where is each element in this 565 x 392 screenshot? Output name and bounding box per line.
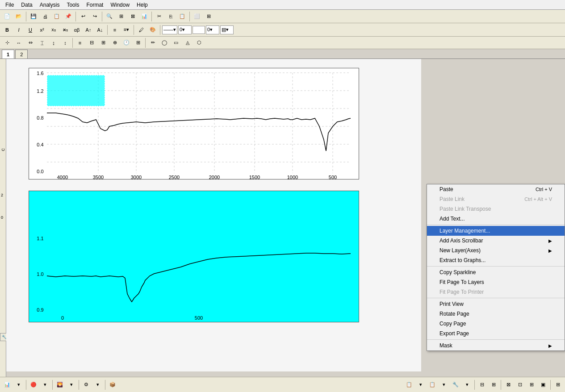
symbol-btn[interactable]: αβ: [71, 25, 82, 35]
bold-btn[interactable]: B: [2, 25, 13, 35]
save-btn[interactable]: 💾: [28, 11, 39, 22]
copy2-btn[interactable]: ⎘: [165, 11, 176, 22]
draw-tool-1[interactable]: ✏: [147, 38, 158, 48]
strikethrough-btn[interactable]: x̶₂: [60, 25, 71, 35]
bottom-btn-9[interactable]: 📦: [107, 379, 118, 390]
bottom-right-2[interactable]: ▾: [415, 379, 426, 390]
fontup-btn[interactable]: A↑: [83, 25, 94, 35]
ctx-add-axis-scrollbar[interactable]: Add Axis Scrollbar ▶: [427, 236, 565, 246]
bottom-right-11[interactable]: ⊞: [526, 379, 537, 390]
graph-tool-3[interactable]: ⇔: [25, 38, 36, 48]
ctx-paste[interactable]: Paste Ctrl + V: [427, 184, 565, 194]
bottom-right-4[interactable]: ▾: [439, 379, 449, 390]
bottom-btn-3[interactable]: 🔴: [28, 379, 39, 390]
copy-btn[interactable]: 📋: [51, 11, 62, 22]
bottom-right-10[interactable]: ⊡: [515, 379, 525, 390]
ctx-add-text[interactable]: Add Text...: [427, 214, 565, 224]
bottom-right-12[interactable]: ▣: [538, 379, 548, 390]
ctx-mask[interactable]: Mask ▶: [427, 341, 565, 350]
graph-tool-6[interactable]: ↕: [60, 38, 71, 48]
graph-tool-12[interactable]: ⊞: [133, 38, 143, 48]
bottom-btn-6[interactable]: ▾: [66, 379, 77, 390]
bottom-btn-5[interactable]: 🌄: [54, 379, 65, 390]
graph-tool-4[interactable]: ⌶: [37, 38, 47, 48]
ctx-copy-sparkline[interactable]: Copy Sparkline: [427, 267, 565, 277]
tab-1[interactable]: 1: [2, 50, 14, 58]
ctx-new-layer[interactable]: New Layer(Axes) ▶: [427, 246, 565, 255]
align-btn[interactable]: ≡: [109, 25, 120, 35]
tab-2[interactable]: 2: [15, 50, 28, 58]
colorval-dropdown[interactable]: 0▾: [206, 25, 219, 34]
graph-tool-10[interactable]: ⊕: [109, 38, 120, 48]
graph-tool-7[interactable]: ≡: [75, 38, 85, 48]
open-btn[interactable]: 📂: [13, 11, 24, 22]
ctx-layer-management[interactable]: Layer Management...: [427, 226, 565, 236]
fillcolor-btn[interactable]: 🎨: [147, 25, 158, 35]
ctx-rotate-page[interactable]: Rotate Page: [427, 309, 565, 319]
paste2-btn[interactable]: 📋: [177, 11, 188, 22]
superscript-btn[interactable]: x²: [37, 25, 47, 35]
draw-tool-4[interactable]: ◬: [182, 38, 193, 48]
draw-tool-3[interactable]: ▭: [171, 38, 181, 48]
bottom-right-7[interactable]: ⊟: [477, 379, 487, 390]
graph-tool-2[interactable]: ↔: [13, 38, 24, 48]
bottom-right-5[interactable]: 🔧: [450, 379, 461, 390]
underline-btn[interactable]: U: [25, 25, 36, 35]
menu-data[interactable]: Data: [17, 1, 36, 9]
graph-tool-9[interactable]: ⊞: [98, 38, 109, 48]
bottom-right-1[interactable]: 📋: [404, 379, 414, 390]
menu-file[interactable]: File: [2, 1, 17, 9]
graph-tool-8[interactable]: ⊟: [86, 38, 97, 48]
tile-btn[interactable]: ⊞: [203, 11, 214, 22]
redo-btn[interactable]: ↪: [89, 11, 100, 22]
draw-tool-5[interactable]: ⬡: [194, 38, 205, 48]
zoom-btn[interactable]: 🔍: [104, 11, 115, 22]
bottom-right-6[interactable]: ▾: [462, 379, 473, 390]
v-scrollbar[interactable]: [421, 59, 427, 371]
graph-tool-1[interactable]: ⊹: [2, 38, 13, 48]
bottom-btn-7[interactable]: ⚙: [81, 379, 92, 390]
ctx-copy-page[interactable]: Copy Page: [427, 319, 565, 329]
undo-btn[interactable]: ↩: [78, 11, 88, 22]
menu-tools[interactable]: Tools: [63, 1, 83, 9]
align2-btn[interactable]: ≡▾: [121, 25, 132, 35]
pattern-dropdown[interactable]: ▤▾: [220, 25, 234, 34]
linestyle-dropdown[interactable]: ——▾: [162, 25, 177, 34]
canvas-area[interactable]: 0.0 0.4 0.8 1.2 1.6 4000 3500 3000 2500 …: [6, 59, 427, 377]
bottom-btn-8[interactable]: ▾: [92, 379, 103, 390]
menu-analysis[interactable]: Analysis: [36, 1, 63, 9]
bottom-btn-4[interactable]: ▾: [40, 379, 50, 390]
graph-btn[interactable]: 📊: [139, 11, 150, 22]
bottom-right-8[interactable]: ⊞: [488, 379, 499, 390]
ctx-fit-page-to-layers[interactable]: Fit Page To Layers: [427, 277, 565, 287]
graph-tool-5[interactable]: ↨: [48, 38, 59, 48]
graph-tool-11[interactable]: 🕐: [121, 38, 132, 48]
italic-btn[interactable]: I: [13, 25, 24, 35]
new-btn[interactable]: 📄: [2, 11, 13, 22]
fontdown-btn[interactable]: A↓: [95, 25, 105, 35]
subscript-btn[interactable]: x₂: [48, 25, 59, 35]
h-scrollbar[interactable]: [6, 371, 427, 377]
ctx-print-view[interactable]: Print View: [427, 299, 565, 309]
linewidth-dropdown[interactable]: 0▾: [178, 25, 192, 34]
cut-btn[interactable]: ✂: [154, 11, 164, 22]
print-btn[interactable]: 🖨: [40, 11, 50, 22]
linecolor-btn[interactable]: 🖊: [136, 25, 146, 35]
paste-btn[interactable]: 📌: [63, 11, 74, 22]
draw-tool-2[interactable]: ◯: [159, 38, 170, 48]
bottom-right-9[interactable]: ⊠: [503, 379, 514, 390]
window-btn[interactable]: ⬜: [192, 11, 202, 22]
svg-text:1500: 1500: [249, 175, 260, 180]
menu-help[interactable]: Help: [133, 1, 151, 9]
ctx-extract-to-graphs[interactable]: Extract to Graphs...: [427, 255, 565, 265]
menu-window[interactable]: Window: [107, 1, 133, 9]
bottom-btn-1[interactable]: 📊: [2, 379, 13, 390]
bottom-btn-2[interactable]: ▾: [13, 379, 24, 390]
color-box[interactable]: [193, 26, 205, 34]
bottom-right-3[interactable]: 📋: [427, 379, 438, 390]
ctx-export-page[interactable]: Export Page: [427, 329, 565, 338]
zoom3-btn[interactable]: ⊠: [127, 11, 138, 22]
bottom-right-13[interactable]: ⊞: [552, 379, 563, 390]
menu-format[interactable]: Format: [83, 1, 107, 9]
zoom2-btn[interactable]: ⊞: [116, 11, 126, 22]
